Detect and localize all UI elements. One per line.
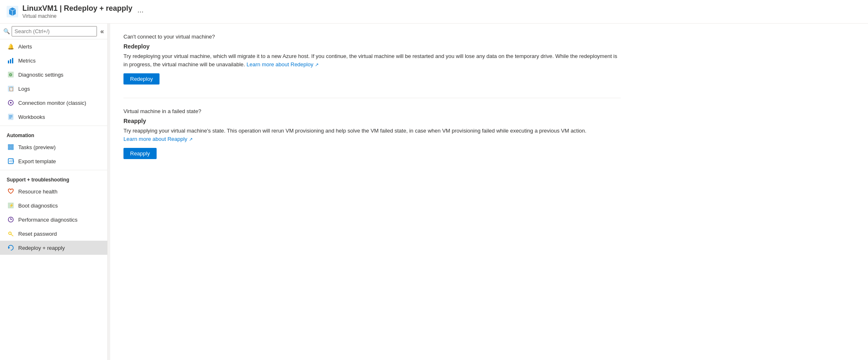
- sidebar-item-alerts[interactable]: 🔔 Alerts: [0, 39, 107, 53]
- reapply-question: Virtual machine in a failed state?: [123, 108, 855, 114]
- sidebar-item-workbooks[interactable]: Workbooks: [0, 110, 107, 124]
- svg-rect-2: [10, 59, 11, 63]
- redeploy-button[interactable]: Redeploy: [123, 73, 160, 85]
- sidebar-item-redeploy-reapply[interactable]: Redeploy + reapply: [0, 241, 107, 255]
- svg-rect-1: [8, 60, 9, 63]
- sidebar-item-label: Alerts: [18, 43, 32, 50]
- external-link-icon-2: ↗: [189, 137, 193, 142]
- sidebar-item-label: Export template: [18, 158, 56, 164]
- main-layout: 🔍 « 🔔 Alerts Metrics ⚙ Diagnostic settin…: [0, 24, 868, 360]
- sidebar-item-label: Reset password: [18, 231, 57, 237]
- sidebar-item-label: Metrics: [18, 58, 36, 64]
- header-title-block: LinuxVM1 | Redeploy + reapply Virtual ma…: [22, 4, 133, 19]
- workbooks-icon: [7, 113, 15, 121]
- svg-rect-17: [11, 147, 14, 150]
- reapply-learn-more-link[interactable]: Learn more about Reapply: [123, 136, 187, 142]
- redeploy-description: Try redeploying your virtual machine, wh…: [123, 52, 621, 68]
- svg-rect-15: [11, 144, 14, 147]
- sidebar-item-label: Performance diagnostics: [18, 217, 77, 223]
- svg-rect-16: [8, 147, 11, 150]
- export-icon: </>: [7, 157, 15, 165]
- page-header: LinuxVM1 | Redeploy + reapply Virtual ma…: [0, 0, 868, 24]
- sidebar-item-performance-diagnostics[interactable]: Performance diagnostics: [0, 213, 107, 227]
- perf-icon: [7, 215, 15, 224]
- svg-text:⚡: ⚡: [9, 203, 14, 208]
- svg-text:⚙: ⚙: [9, 72, 12, 77]
- sidebar-item-connection-monitor[interactable]: Connection monitor (classic): [0, 96, 107, 110]
- heart-icon: [7, 187, 15, 196]
- reapply-description: Try reapplying your virtual machine's st…: [123, 127, 621, 143]
- redeploy-question: Can't connect to your virtual machine?: [123, 34, 855, 40]
- sidebar-item-label: Tasks (preview): [18, 144, 56, 150]
- sidebar-item-boot-diagnostics[interactable]: ⚡ Boot diagnostics: [0, 198, 107, 213]
- connection-icon: [7, 99, 15, 107]
- svg-rect-14: [8, 144, 11, 147]
- reapply-title: Reapply: [123, 118, 855, 124]
- key-icon: [7, 230, 15, 238]
- sidebar-item-label: Redeploy + reapply: [18, 245, 65, 251]
- collapse-sidebar-button[interactable]: «: [100, 28, 104, 35]
- sidebar-item-label: Boot diagnostics: [18, 203, 58, 209]
- page-title: LinuxVM1 | Redeploy + reapply: [22, 4, 133, 13]
- sidebar-item-reset-password[interactable]: Reset password: [0, 227, 107, 241]
- more-options-button[interactable]: ···: [138, 7, 144, 16]
- sidebar-item-metrics[interactable]: Metrics: [0, 53, 107, 68]
- sidebar-item-label: Workbooks: [18, 114, 45, 120]
- sidebar-item-tasks-preview[interactable]: Tasks (preview): [0, 140, 107, 154]
- redeploy-section: Can't connect to your virtual machine? R…: [123, 34, 855, 85]
- sidebar-item-export-template[interactable]: </> Export template: [0, 154, 107, 168]
- main-content-area: Can't connect to your virtual machine? R…: [110, 24, 868, 360]
- sidebar-item-label: Resource health: [18, 188, 58, 195]
- redeploy-title: Redeploy: [123, 43, 855, 50]
- svg-text:📋: 📋: [9, 86, 14, 92]
- metrics-icon: [7, 56, 15, 65]
- svg-rect-3: [12, 58, 13, 63]
- search-input[interactable]: [12, 26, 97, 36]
- bell-icon: 🔔: [7, 42, 15, 51]
- sidebar-item-label: Diagnostic settings: [18, 72, 63, 78]
- section-divider: [123, 98, 621, 98]
- search-icon: 🔍: [3, 28, 10, 34]
- page-subtitle: Virtual machine: [22, 13, 133, 19]
- redeploy-learn-more-link[interactable]: Learn more about Redeploy: [247, 61, 313, 68]
- vm-icon: [7, 6, 18, 17]
- sidebar-item-label: Logs: [18, 86, 30, 92]
- sidebar-item-diagnostic-settings[interactable]: ⚙ Diagnostic settings: [0, 68, 107, 82]
- svg-marker-25: [8, 246, 10, 249]
- redeploy-icon: [7, 244, 15, 252]
- divider-automation: [0, 126, 107, 126]
- divider-support: [0, 170, 107, 170]
- boot-icon: ⚡: [7, 201, 15, 210]
- sidebar: 🔍 « 🔔 Alerts Metrics ⚙ Diagnostic settin…: [0, 24, 108, 360]
- sidebar-item-resource-health[interactable]: Resource health: [0, 184, 107, 198]
- reapply-button[interactable]: Reapply: [123, 148, 157, 159]
- svg-text:</>: </>: [9, 159, 14, 163]
- sidebar-item-label: Connection monitor (classic): [18, 100, 86, 106]
- svg-line-24: [11, 234, 14, 237]
- svg-point-9: [10, 102, 12, 104]
- external-link-icon: ↗: [315, 62, 319, 67]
- support-section-label: Support + troubleshooting: [0, 172, 107, 184]
- svg-point-23: [9, 232, 11, 234]
- automation-section-label: Automation: [0, 128, 107, 140]
- diagnostic-icon: ⚙: [7, 70, 15, 79]
- logs-icon: 📋: [7, 85, 15, 93]
- reapply-section: Virtual machine in a failed state? Reapp…: [123, 108, 855, 159]
- sidebar-item-logs[interactable]: 📋 Logs: [0, 82, 107, 96]
- tasks-icon: [7, 143, 15, 151]
